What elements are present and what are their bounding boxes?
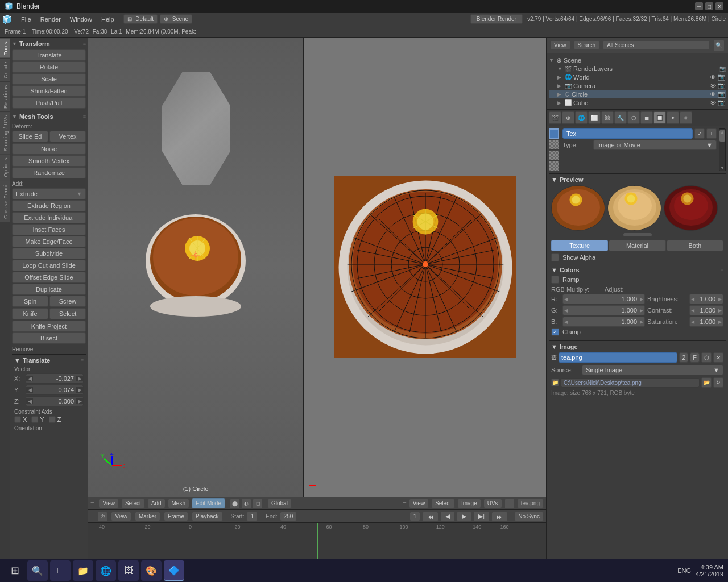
menu-window[interactable]: Window [65, 15, 97, 24]
image-expand-icon[interactable]: ⬡ [701, 352, 712, 363]
saturation-decrease-icon[interactable]: ◀ [690, 319, 696, 325]
z-increase-button[interactable]: ▶ [76, 398, 83, 404]
viewport-icon-3[interactable]: ◻ [253, 498, 263, 509]
select-button[interactable]: Select [49, 308, 86, 319]
timeline-view-button[interactable]: View [111, 512, 131, 521]
filepath-open-icon[interactable]: 📂 [701, 377, 712, 388]
right-view-button[interactable]: View [409, 498, 429, 508]
renderer-selector[interactable]: Blender Render [470, 14, 523, 24]
texture-props-icon[interactable]: 🔲 [653, 111, 666, 124]
scene-selector[interactable]: ⊕ Scene [160, 14, 192, 24]
transform-section-header[interactable]: ▼ Transform ≡ [12, 39, 86, 48]
timeline-frame-button[interactable]: Frame [164, 512, 188, 521]
contrast-increase-icon[interactable]: ▶ [717, 308, 723, 313]
x-decrease-button[interactable]: ◀ [26, 376, 33, 381]
source-dropdown[interactable]: Single Image ▼ [582, 365, 723, 375]
taskbar-search[interactable]: 🔍 [27, 560, 48, 581]
bisect-button[interactable]: Bisect [12, 332, 86, 344]
taskbar-photos[interactable]: 🖼 [118, 560, 139, 581]
extrude-region-button[interactable]: Extrude Region [12, 200, 86, 211]
world-render-icon[interactable]: 📷 [718, 73, 726, 81]
end-value[interactable]: 250 [280, 512, 297, 521]
global-button[interactable]: Global [267, 498, 292, 508]
outliner-search-button[interactable]: Search [574, 40, 600, 50]
cube-render-icon[interactable]: 📷 [718, 99, 726, 106]
inset-faces-button[interactable]: Inset Faces [12, 224, 86, 235]
vert-tab-grease[interactable]: Grease Pencil [0, 180, 10, 222]
jump-start-button[interactable]: ⏮ [422, 512, 439, 522]
slide-edge-button[interactable]: Slide Ed [12, 131, 48, 142]
filepath-icon[interactable]: 📁 [551, 379, 559, 386]
duplicate-button[interactable]: Duplicate [12, 284, 86, 295]
cube-vis-icon[interactable]: 👁 [710, 99, 716, 106]
circle-vis-icon[interactable]: 👁 [710, 91, 716, 98]
uv-toolbar-icon[interactable]: ≡ [403, 500, 406, 507]
tex-scroll-up-icon[interactable]: ▲ [719, 129, 725, 135]
outliner-camera[interactable]: ▶ 📷 Camera 👁 📷 [549, 81, 726, 90]
scene-dropdown[interactable]: All Scenes [603, 40, 710, 50]
colors-menu-icon[interactable]: ≡ [721, 267, 723, 273]
view-button[interactable]: View [98, 498, 119, 508]
camera-vis-icon[interactable]: 👁 [710, 82, 716, 89]
current-frame[interactable]: 1 [410, 512, 421, 521]
g-decrease-icon[interactable]: ◀ [563, 308, 569, 313]
extrude-dropdown[interactable]: Extrude ▼ [12, 188, 86, 199]
loop-cut-slide-button[interactable]: Loop Cut and Slide [12, 260, 86, 271]
noise-button[interactable]: Noise [12, 143, 86, 155]
r-decrease-icon[interactable]: ◀ [563, 297, 569, 302]
start-button[interactable]: ⊞ [5, 560, 25, 581]
z-constraint-checkbox[interactable] [49, 416, 56, 423]
randomize-button[interactable]: Randomize [12, 167, 86, 178]
colors-header[interactable]: ▼ Colors ≡ [551, 267, 723, 273]
tex-slot-4[interactable] [549, 161, 559, 171]
ramp-checkbox[interactable] [551, 276, 559, 284]
play-button[interactable]: ▶ [457, 511, 471, 522]
texture-name-field[interactable]: Tex [562, 128, 693, 139]
object-props-icon[interactable]: ⬜ [588, 111, 601, 124]
tex-scrollbar[interactable]: ▼ ▲ [719, 128, 726, 171]
vert-tab-options[interactable]: Options [0, 155, 10, 180]
tex-scroll-down-icon[interactable]: ▼ [719, 165, 725, 171]
preview-tab-texture[interactable]: Texture [551, 240, 608, 251]
right-uvs-button[interactable]: UVs [483, 498, 502, 508]
physics-props-icon[interactable]: ⚛ [680, 111, 692, 124]
taskbar-edge[interactable]: 🌐 [96, 560, 116, 581]
scale-button[interactable]: Scale [12, 73, 86, 85]
r-increase-icon[interactable]: ▶ [639, 297, 644, 302]
outliner-view-button[interactable]: View [550, 40, 570, 50]
tex-new-icon[interactable]: + [706, 128, 717, 139]
toolbar-menu-icon[interactable]: ≡ [90, 500, 94, 507]
workspace-selector[interactable]: ⊞ Default [123, 14, 158, 24]
image-section-header[interactable]: ▼ Image [551, 343, 723, 350]
3d-viewport[interactable]: X Y Z (1) Circle [88, 38, 304, 497]
y-decrease-button[interactable]: ◀ [26, 387, 33, 393]
next-frame-button[interactable]: ▶| [473, 511, 490, 522]
prev-frame-button[interactable]: ◀ [440, 511, 455, 522]
screw-button[interactable]: Screw [49, 296, 86, 307]
outliner-world[interactable]: ▶ 🌐 World 👁 📷 [549, 73, 726, 81]
rotate-button[interactable]: Rotate [12, 61, 86, 73]
taskbar-task-view[interactable]: □ [50, 560, 71, 581]
data-props-icon[interactable]: ⬡ [627, 111, 640, 124]
vertex-button[interactable]: Vertex [49, 131, 86, 142]
shrink-fatten-button[interactable]: Shrink/Fatten [12, 85, 86, 97]
jump-end-button[interactable]: ⏭ [491, 512, 508, 522]
camera-render-icon[interactable]: 📷 [718, 82, 726, 89]
extrude-individual-button[interactable]: Extrude Individual [12, 212, 86, 223]
x-increase-button[interactable]: ▶ [76, 376, 83, 381]
tex-slot-3[interactable] [549, 150, 559, 160]
world-props-icon[interactable]: 🌐 [575, 111, 588, 124]
translate-button[interactable]: Translate [12, 49, 86, 61]
translate-menu-icon[interactable]: ≡ [81, 357, 84, 363]
right-select-button[interactable]: Select [431, 498, 455, 508]
tex-slot-2[interactable] [549, 139, 559, 149]
particles-props-icon[interactable]: ✦ [667, 111, 679, 124]
x-constraint-checkbox[interactable] [14, 416, 21, 423]
show-alpha-checkbox[interactable] [551, 253, 559, 261]
circle-render-icon[interactable]: 📷 [718, 90, 726, 98]
transform-menu-icon[interactable]: ≡ [83, 41, 86, 47]
tex-slot-1[interactable] [549, 128, 559, 139]
vert-tab-shading[interactable]: Shading / UVs [0, 112, 10, 154]
vert-tab-create[interactable]: Create [0, 59, 10, 81]
uv-editor-viewport[interactable] [304, 38, 546, 497]
